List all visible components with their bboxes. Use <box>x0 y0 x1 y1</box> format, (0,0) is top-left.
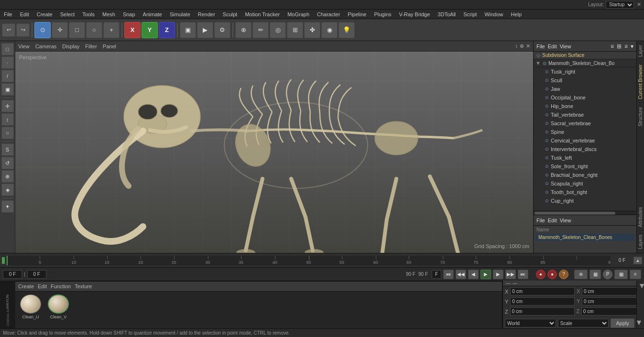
menu-item-mograph[interactable]: MoGraph <box>285 11 311 17</box>
timeline-ruler[interactable]: 0 5 10 15 20 25 30 35 40 50 55 60 65 70 … <box>7 256 611 265</box>
next-key-button[interactable]: ▶▶ <box>505 270 516 279</box>
btab-scroll-down[interactable]: ▼ <box>637 316 644 328</box>
tab-layers2[interactable]: Layers <box>637 231 644 253</box>
menu-item-simulate[interactable]: Simulate <box>168 11 192 17</box>
mat-menu-texture[interactable]: Texture <box>75 283 92 289</box>
z-axis-button[interactable]: Z <box>159 22 175 38</box>
apply-button[interactable]: Apply <box>611 318 634 328</box>
light-button[interactable]: 💡 <box>338 22 355 38</box>
scale-select[interactable]: Scale <box>558 319 609 327</box>
timeline-view-button[interactable]: ▦ <box>614 270 628 279</box>
hier-item-scapula[interactable]: ⊙ Scapula_right <box>534 179 636 188</box>
viewport-menu-view[interactable]: View <box>18 43 30 49</box>
menu-item-snap[interactable]: Snap <box>121 11 137 17</box>
coord-x-input[interactable] <box>510 287 575 295</box>
btab-scroll[interactable]: ▲ <box>637 281 644 293</box>
scale-button[interactable]: ↕ <box>1 113 14 126</box>
play-button[interactable]: ▶ <box>480 270 491 279</box>
hier-item-brachial[interactable]: ⊙ Brachial_bone_right <box>534 171 636 179</box>
tab-current-browser[interactable]: Current Browser <box>637 61 644 103</box>
keyframe-button[interactable]: ⊕ <box>574 270 588 279</box>
attrs-menu-edit[interactable]: Edit <box>548 217 557 223</box>
hierarchy-root[interactable]: ▼ ⊙ Mammoth_Skeleton_Clean_Bo <box>534 59 636 67</box>
attrs-menu-view[interactable]: View <box>560 217 571 223</box>
hier-icon-1[interactable]: ≡ <box>611 43 614 50</box>
sculpt-button[interactable]: ⊕ <box>1 170 14 183</box>
camera-button[interactable]: ◉ <box>321 22 338 38</box>
rotate-tool-button[interactable]: ○ <box>86 22 102 38</box>
menu-item-select[interactable]: Select <box>58 11 77 17</box>
record-button[interactable]: ● <box>536 270 546 279</box>
menu-item-help[interactable]: Help <box>509 11 524 17</box>
frame-current-input[interactable] <box>27 270 46 279</box>
hier-item-sacral[interactable]: ⊙ Sacral_vertebrae <box>534 119 636 128</box>
timeline-button[interactable]: ▦ <box>589 270 601 279</box>
next-frame-button[interactable]: ▶ <box>493 270 503 279</box>
coord-y-input[interactable] <box>510 297 575 305</box>
motion-path-button[interactable]: P <box>603 270 612 279</box>
poly-mode-button[interactable]: ▣ <box>1 83 14 96</box>
frame-start-input[interactable] <box>3 270 22 279</box>
coord-z2-input[interactable] <box>581 307 644 315</box>
array-button[interactable]: ⊞ <box>287 22 303 38</box>
hier-item-tooth-bot[interactable]: ⊙ Tooth_bot_right <box>534 188 636 196</box>
record-key-button[interactable]: ● <box>547 270 557 279</box>
hier-item-hip[interactable]: ⊙ Hip_bone <box>534 102 636 110</box>
viewport[interactable]: Perspective <box>15 52 533 253</box>
fps-input[interactable] <box>432 270 441 279</box>
coord-y2-input[interactable] <box>582 297 644 305</box>
menu-item-render[interactable]: Render <box>196 11 217 17</box>
menu-item-mesh[interactable]: Mesh <box>100 11 117 17</box>
mat-menu-create[interactable]: Create <box>18 283 34 289</box>
edge-mode-button[interactable]: / <box>1 70 14 82</box>
coord-x2-input[interactable] <box>582 287 644 295</box>
select-tool-button[interactable]: ⊙ <box>34 22 51 38</box>
hier-item-cervical[interactable]: ⊙ Cervical_vertebrae <box>534 136 636 145</box>
viewport-menu-display[interactable]: Display <box>62 43 79 49</box>
menu-item-edit[interactable]: Edit <box>18 11 31 17</box>
x-axis-button[interactable]: X <box>124 22 141 38</box>
material-clean-v[interactable]: Clean_V <box>46 294 71 319</box>
viewport-menu-filter[interactable]: Filter <box>85 43 97 49</box>
viewport-menu-panel[interactable]: Panel <box>103 43 116 49</box>
hier-item-tusk-right[interactable]: ⊙ Tusk_right <box>534 67 636 76</box>
hier-icon-4[interactable]: ▾ <box>631 43 633 50</box>
dope-sheet-button[interactable]: ≡ <box>630 270 641 279</box>
move-button[interactable]: ✛ <box>1 100 14 112</box>
hier-menu-file[interactable]: File <box>536 43 545 49</box>
hier-item-intervert[interactable]: ⊙ Intervertebral_discs <box>534 145 636 153</box>
viewport-icon-move[interactable]: ↕ <box>515 43 518 49</box>
menu-item-motion-tracker[interactable]: Motion Tracker <box>243 11 282 17</box>
hier-menu-view[interactable]: View <box>560 43 571 49</box>
menu-item-pipeline[interactable]: Pipeline <box>346 11 368 17</box>
move-tool-button[interactable]: ✛ <box>52 22 68 38</box>
menu-item-plugins[interactable]: Plugins <box>372 11 393 17</box>
menu-item-window[interactable]: Window <box>482 11 505 17</box>
hier-item-spine[interactable]: ⊙ Spine <box>534 128 636 136</box>
render-button[interactable]: ▶ <box>197 22 213 38</box>
texture-button[interactable]: ◈ <box>1 184 14 196</box>
menu-item-file[interactable]: File <box>2 11 14 17</box>
mat-menu-function[interactable]: Function <box>51 283 71 289</box>
undo-button[interactable]: ↩ <box>2 23 15 37</box>
prev-frame-button[interactable]: ◀ <box>468 270 479 279</box>
menu-item-sculpt[interactable]: Sculpt <box>221 11 240 17</box>
y-axis-button[interactable]: Y <box>142 22 158 38</box>
render-settings-button[interactable]: ⚙ <box>214 22 230 38</box>
close-icon[interactable]: ✕ <box>637 1 641 8</box>
tab-layer[interactable]: Layer <box>637 41 644 61</box>
viewport-icon-maximize[interactable]: ⊕ <box>520 43 524 49</box>
menu-item-vray[interactable]: V-Ray Bridge <box>397 11 432 17</box>
add-button[interactable]: + <box>103 22 120 38</box>
deformer-button[interactable]: ✤ <box>304 22 320 38</box>
soft-sel-button[interactable]: ↺ <box>1 157 14 169</box>
point-mode-button[interactable]: · <box>1 56 14 69</box>
snap-button[interactable]: S <box>1 143 14 156</box>
attrs-menu-file[interactable]: File <box>536 217 545 223</box>
goto-start-button[interactable]: ⏮ <box>443 270 454 279</box>
hier-menu-edit[interactable]: Edit <box>548 43 557 49</box>
spline-button[interactable]: ✏ <box>252 22 269 38</box>
tab-attributes[interactable]: Attributes <box>637 203 644 231</box>
viewport-icon-close[interactable]: ✕ <box>526 43 530 49</box>
coord-z-input[interactable] <box>510 307 575 315</box>
